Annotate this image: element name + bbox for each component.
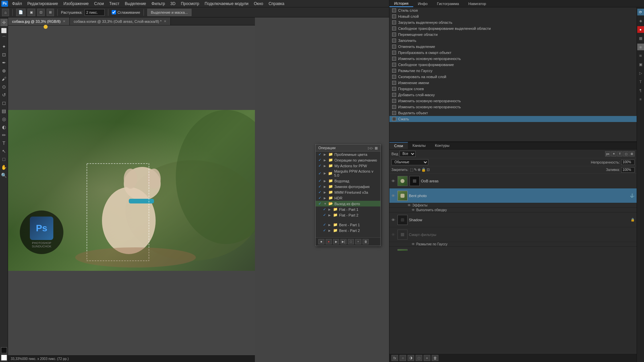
fill-input[interactable] xyxy=(621,167,635,173)
new-button[interactable]: 📄 xyxy=(16,9,25,16)
pattern-icon[interactable]: ◉ xyxy=(637,44,644,50)
menu-view[interactable]: Просмотр xyxy=(178,1,202,7)
effect-eye-blur[interactable]: 👁 xyxy=(412,242,415,246)
home-button[interactable]: ⌂ xyxy=(2,9,9,16)
lock-pixel-icon[interactable]: ⬚ xyxy=(410,168,413,172)
char-icon[interactable]: ¶ xyxy=(637,87,644,94)
ops-child-expand-3[interactable]: ▶ xyxy=(328,223,332,227)
save-cloud-button[interactable]: ⊞ xyxy=(47,9,54,16)
hist-item-5[interactable]: Заполнить xyxy=(389,38,637,44)
tab-history[interactable]: История xyxy=(389,0,413,7)
tab-close-0[interactable]: ✕ xyxy=(63,19,65,23)
menu-text[interactable]: Текст xyxy=(107,1,122,7)
shape-tool[interactable]: □ xyxy=(0,156,8,163)
zoom-tool[interactable]: 🔍 xyxy=(0,172,8,179)
hist-item-17[interactable]: Выделить объект xyxy=(389,110,637,116)
ops-expand-5[interactable]: ▶ xyxy=(324,185,327,188)
ops-group-4[interactable]: ✓ ▶ 📁 Водопад xyxy=(316,178,380,184)
open-button[interactable]: ▣ xyxy=(28,9,35,16)
blend-mode-select[interactable]: Обычные xyxy=(391,159,428,165)
ops-group-6[interactable]: ✓ ▶ 📁 MMM Finetuned v3a xyxy=(316,189,380,195)
tab-close-1[interactable]: ✕ xyxy=(164,19,166,23)
ops-group-7[interactable]: ✓ ▶ 📁 HDR xyxy=(316,195,380,201)
heal-tool[interactable]: ⊕ xyxy=(0,67,8,74)
menu-layers[interactable]: Слои xyxy=(92,1,107,7)
shape-filter[interactable]: ◻ xyxy=(623,151,629,157)
channel-icon[interactable]: ◈ xyxy=(637,17,644,24)
style-icon[interactable]: ▣ xyxy=(637,61,644,68)
layer-original[interactable]: 👁 Original photo xyxy=(389,247,637,251)
ops-group-5[interactable]: ✓ ▶ 📁 Зимняя фотография xyxy=(316,184,380,189)
adjust-filter[interactable]: ☀ xyxy=(611,151,616,157)
hist-item-4[interactable]: Перемещение области xyxy=(389,32,637,38)
menu-image[interactable]: Изображение xyxy=(61,1,92,7)
ops-child-1[interactable]: ✓ ▶ 📁 Flat - Part 2 xyxy=(316,212,380,218)
gradient-icon[interactable]: ▦ xyxy=(637,35,644,42)
ops-group-3[interactable]: ✓ ▶ 📁 Margulis PPW Actions v 5.0 xyxy=(316,169,380,178)
ops-expand-4[interactable]: ▶ xyxy=(324,179,327,183)
magic-wand-tool[interactable]: ✦ xyxy=(0,43,8,50)
text-filter[interactable]: T xyxy=(617,151,623,157)
menu-3d[interactable]: 3D xyxy=(168,1,178,7)
hist-item-9[interactable]: Свободное трансформирование xyxy=(389,62,637,68)
menu-window[interactable]: Окно xyxy=(251,1,266,7)
ops-delete-button[interactable]: 🗑 xyxy=(363,239,369,244)
ops-expand-7[interactable]: ▶ xyxy=(324,196,327,200)
hist-item-2[interactable]: Загрузить выделенную область xyxy=(389,19,637,25)
tab-histogram[interactable]: Гистограмма xyxy=(432,1,464,7)
menu-select[interactable]: Выделение xyxy=(122,1,149,7)
tab-layers[interactable]: Слои xyxy=(389,142,408,149)
ops-expand-3[interactable]: ▶ xyxy=(324,172,327,175)
layer-vis-bent[interactable]: 👁 xyxy=(391,194,396,198)
hist-item-13[interactable]: Порядок слоев xyxy=(389,86,637,92)
tab-navigator[interactable]: Навигатор xyxy=(464,1,491,7)
selection-mask-button[interactable]: Выделение и маска... xyxy=(147,9,192,16)
dodge-tool[interactable]: ◐ xyxy=(0,123,8,131)
gradient-tool[interactable]: ▤ xyxy=(0,107,8,115)
adjust-icon[interactable]: ≋ xyxy=(637,52,644,59)
brush-size-input[interactable] xyxy=(85,9,105,16)
tab-channels[interactable]: Каналы xyxy=(408,142,430,149)
layer-smart-filters[interactable]: 👁 Смарт-фильтры xyxy=(389,227,637,242)
eyedropper-tool[interactable]: ✒ xyxy=(0,59,8,66)
hist-item-18[interactable]: Сжать xyxy=(389,116,637,122)
ops-group-8[interactable]: ✓ ▼ 📂 Выход из фото xyxy=(316,201,380,206)
pen-tool[interactable]: ✏ xyxy=(0,131,8,139)
save-button[interactable]: ⊡ xyxy=(37,9,45,16)
layer-vis-oob[interactable]: 👁 xyxy=(391,179,396,183)
layer-vis-shadow[interactable]: 👁 xyxy=(391,218,396,222)
history-brush-tool[interactable]: ↺ xyxy=(0,91,8,99)
hist-item-10[interactable]: Размытие по Гауссу xyxy=(389,68,637,74)
add-group-button[interactable]: □ xyxy=(416,355,422,361)
foreground-color[interactable] xyxy=(1,347,7,353)
ops-record-button[interactable]: ● xyxy=(326,239,332,244)
hist-item-12[interactable]: Изменение имени xyxy=(389,80,637,86)
effect-eye-1[interactable]: 👁 xyxy=(412,208,415,212)
anti-alias-checkbox[interactable]: Сглаживание xyxy=(112,10,140,14)
hist-item-15[interactable]: Изменить основную непрозрачность xyxy=(389,98,637,104)
add-adjustment-button[interactable]: ◑ xyxy=(408,355,414,361)
ops-expand-6[interactable]: ▶ xyxy=(324,191,327,194)
hist-item-6[interactable]: Отменить выделение xyxy=(389,44,637,50)
menu-plugins[interactable]: Подключаемые модули xyxy=(202,1,251,7)
tab-dog-original[interactable]: собака.jpg @ 33,3% (RGB/8) ✕ xyxy=(8,17,70,25)
ops-group-2[interactable]: ✓ ▶ 📁 My Actions for PPW xyxy=(316,163,380,169)
add-layer-button[interactable]: + xyxy=(424,355,430,361)
tab-dog-copy[interactable]: собака копия @ 33,3% (OoB areas, Слой-ма… xyxy=(70,17,171,25)
layer-bent[interactable]: 👁 Bent photo ⚓ xyxy=(389,188,637,203)
ops-child-4[interactable]: ✓ ▶ 📁 Bent - Part 2 xyxy=(316,228,380,233)
marquee-tool[interactable]: ⬜ xyxy=(0,27,8,34)
hand-tool[interactable]: ✋ xyxy=(0,164,8,171)
hist-item-11[interactable]: Скопировать на новый слой xyxy=(389,74,637,80)
ops-expand-1[interactable]: ▶ xyxy=(324,159,327,162)
ops-step-button[interactable]: ▶| xyxy=(340,239,346,244)
lasso-tool[interactable]: ⌒ xyxy=(0,35,8,42)
ops-play-button[interactable]: ▶ xyxy=(333,239,339,244)
ops-child-expand-0[interactable]: ▶ xyxy=(328,208,332,211)
layer-oob[interactable]: 👁 OoB areas xyxy=(389,174,637,188)
stamp-tool[interactable]: ⊙ xyxy=(0,83,8,90)
crop-tool[interactable]: ⊡ xyxy=(0,51,8,58)
layer-shadow[interactable]: 👁 Shadow 🔒 xyxy=(389,213,637,227)
blur-tool[interactable]: ◎ xyxy=(0,115,8,123)
kind-select[interactable]: Все xyxy=(399,151,416,157)
